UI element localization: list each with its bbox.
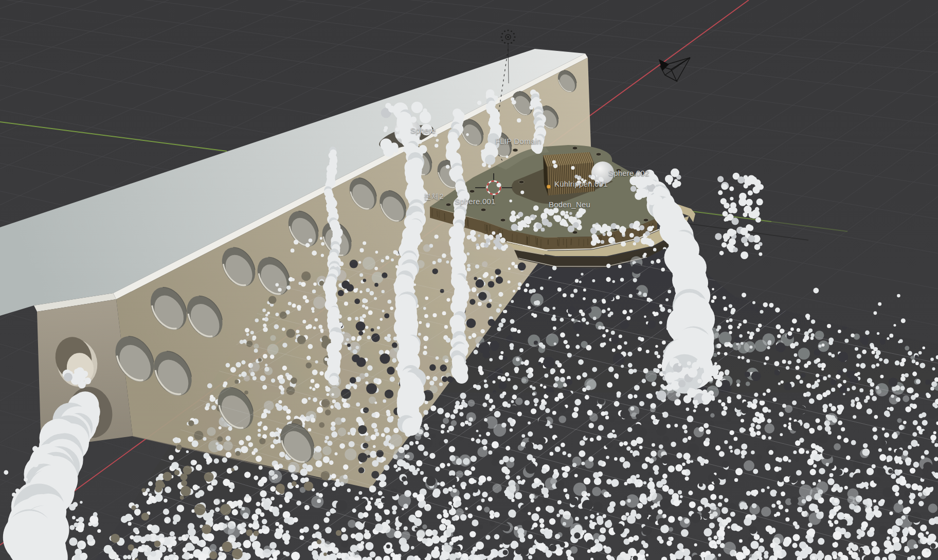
object-label-sphere-002[interactable]: Sphere.002	[608, 169, 650, 177]
object-label-flip-domain[interactable]: FLIP Domain	[495, 137, 541, 146]
viewport-render	[0, 0, 938, 560]
bolt-hole	[596, 153, 601, 156]
bolt-hole	[572, 147, 578, 150]
object-label-sphere-001[interactable]: Sphere.001	[455, 197, 496, 206]
object-label-bonche-2[interactable]: 본체2	[424, 192, 444, 202]
bolt-hole	[519, 180, 524, 184]
bolt-hole	[500, 219, 506, 222]
object-label-boden-neu[interactable]: Boden_Neu	[549, 200, 590, 209]
bolt-hole	[513, 149, 518, 152]
bolt-hole	[446, 203, 451, 206]
object-label-sphere[interactable]: Sphere	[410, 126, 436, 135]
origin-dot	[547, 185, 551, 189]
blender-3d-viewport[interactable]: SphereFLIP DomainSphere.002Kühlrippen.00…	[0, 0, 938, 560]
bolt-hole	[470, 190, 475, 193]
bolt-hole	[481, 208, 486, 211]
object-label-kuehlrippen-001[interactable]: Kühlrippen.001	[554, 179, 608, 188]
bolt-hole	[643, 219, 648, 222]
